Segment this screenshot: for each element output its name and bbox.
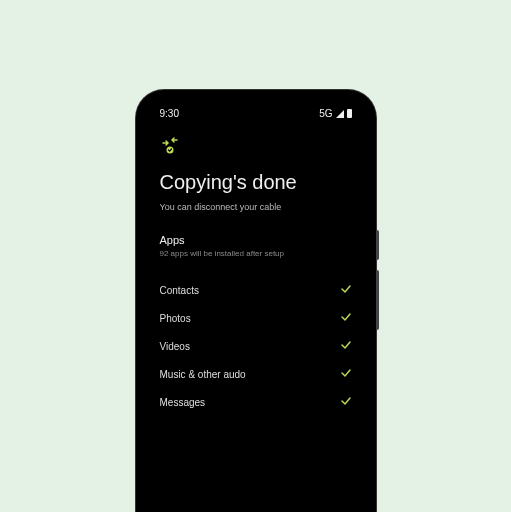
- phone-frame: 9:30 5G Copying's done You can disconnec…: [136, 90, 376, 512]
- apps-section-subtitle: 92 apps will be installed after setup: [160, 249, 352, 258]
- check-icon: [340, 312, 352, 324]
- item-label: Music & other audo: [160, 369, 246, 380]
- signal-icon: [336, 110, 344, 118]
- list-item[interactable]: Photos: [160, 304, 352, 332]
- page-subtitle: You can disconnect your cable: [160, 202, 352, 212]
- list-item[interactable]: Contacts: [160, 276, 352, 304]
- item-label: Contacts: [160, 285, 199, 296]
- list-item[interactable]: Messages: [160, 388, 352, 416]
- check-icon: [340, 284, 352, 296]
- check-icon: [340, 340, 352, 352]
- item-label: Messages: [160, 397, 206, 408]
- page-title: Copying's done: [160, 171, 352, 194]
- battery-icon: [347, 109, 352, 118]
- status-time: 9:30: [160, 108, 179, 119]
- check-icon: [340, 396, 352, 408]
- item-label: Videos: [160, 341, 190, 352]
- item-label: Photos: [160, 313, 191, 324]
- list-item[interactable]: Videos: [160, 332, 352, 360]
- apps-section-title: Apps: [160, 234, 352, 246]
- side-button: [376, 270, 379, 330]
- screen: 9:30 5G Copying's done You can disconnec…: [144, 98, 368, 512]
- status-bar: 9:30 5G: [160, 108, 352, 119]
- status-right: 5G: [319, 108, 351, 119]
- sync-done-icon: [160, 137, 352, 159]
- check-icon: [340, 368, 352, 380]
- list-item[interactable]: Music & other audo: [160, 360, 352, 388]
- side-button: [376, 230, 379, 260]
- network-label: 5G: [319, 108, 332, 119]
